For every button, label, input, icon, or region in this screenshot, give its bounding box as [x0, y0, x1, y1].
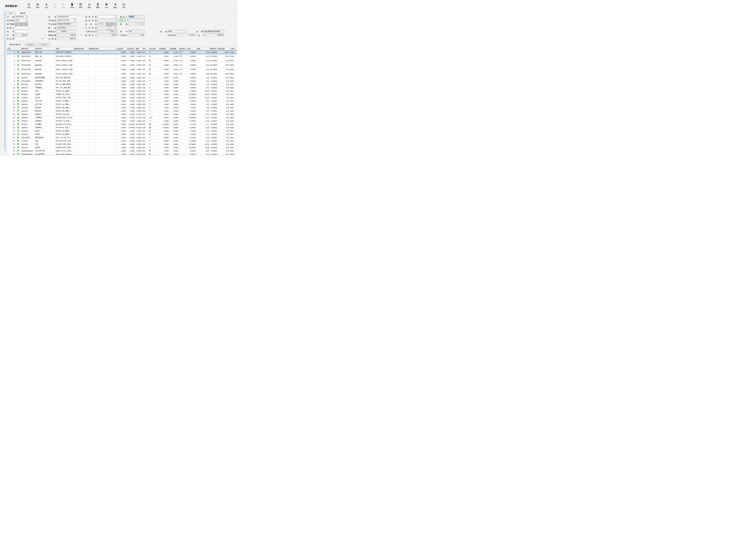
ellipsis-button[interactable]: … — [102, 23, 105, 25]
material-status-icon — [17, 77, 19, 79]
tab-detail[interactable]: 详细信息 — [16, 11, 29, 15]
copy-button[interactable]: 复制 — [76, 3, 85, 11]
tab-browse[interactable]: 浏览 — [5, 11, 16, 15]
table-row[interactable]: 232203019地夹A锌合金, 62g, 镀铬, (1.00001.00001… — [7, 129, 237, 133]
table-row[interactable]: 53206571930磁条铝材0657#, 1930mm, 吴振(1.00001… — [7, 67, 237, 72]
column-header-8[interactable]: 子级定量 — [126, 47, 135, 51]
ellipsis-button[interactable]: … — [25, 19, 28, 21]
cell: 002 — [142, 106, 149, 109]
table-row[interactable]: 80401630GB安装辅助块PA, 35g, 灰色, 安装(1.00001.0… — [7, 79, 237, 83]
query-button[interactable]: 查询 — [25, 3, 33, 11]
column-header-15[interactable]: 单价 — [187, 47, 196, 51]
cell: 0.0000 — [169, 113, 179, 116]
table-row[interactable]: 141802031拉手门柄锌合金, **g, 镀铬, (1.00001.0000… — [7, 99, 237, 103]
tab-material-cost[interactable]: 材料成本预估(1) — [7, 43, 24, 46]
calc-mode-field[interactable]: 工时 ▼ — [97, 30, 117, 33]
cell: 002 — [142, 86, 149, 89]
profit-rate-field[interactable] — [15, 37, 28, 40]
table-row[interactable]: 282001010防跳轮SUS304, 亮光, 单轮(1.00002.00002… — [7, 146, 237, 149]
ellipsis-button[interactable]: … — [114, 27, 117, 29]
cell: 挡水铝材 — [35, 59, 55, 63]
prev-record-button[interactable]: 上笔 — [42, 3, 51, 11]
cell: 颗 — [149, 126, 159, 129]
customer-code-field[interactable]: 0109 … — [15, 19, 28, 22]
column-header-4[interactable]: 规格 — [55, 47, 73, 51]
contact-field[interactable] — [15, 26, 28, 29]
column-header-2[interactable]: 材料代码 — [21, 47, 35, 51]
table-row[interactable]: 30350842004803SUS304圆管0842#, Φ25, 0048mm… — [7, 153, 237, 155]
project-code-field[interactable]: … — [97, 15, 117, 18]
table-row[interactable]: 63207391930滴条铝材0739#, 1930mm, 吴振(1.00001… — [7, 72, 237, 76]
cell — [88, 86, 116, 89]
column-header-7[interactable]: 父级定量 — [116, 47, 126, 51]
table-row[interactable]: 120404035连接栓不锈钢, 60g, 亮光, (1.00002.00002… — [7, 93, 237, 96]
material-table-container[interactable]: 序号材料代码材料名称规格替换材料代码替换材料名称父级定量子级定量数量单位单位名称… — [7, 47, 237, 155]
column-header-18[interactable]: 辅助金额 — [217, 47, 230, 51]
cell: 004 — [142, 126, 149, 129]
column-header-1[interactable] — [15, 47, 21, 51]
cell: 1.0000 — [126, 106, 135, 109]
dropdown-icon[interactable]: ▼ — [114, 30, 117, 33]
title-caret-icon[interactable]: ▾ — [18, 5, 18, 7]
table-row[interactable]: 222005004膨胀螺丝PP, Φ6×40, 白色, (1.000010.00… — [7, 126, 237, 129]
date-field[interactable]: 2023/06/30 ▼ — [15, 15, 28, 18]
table-row[interactable]: 161802092固定座A锌合金, 80g, 镀铬, (1.00001.0000… — [7, 106, 237, 109]
column-header-0[interactable]: 序号 — [7, 47, 15, 51]
print-button[interactable]: 打印 — [102, 3, 111, 11]
delete-button[interactable]: 删除 — [94, 3, 102, 11]
table-row[interactable]: 181804025圆管垫片铝合金, 0.5g, 本色,1.00002.00002… — [7, 113, 237, 116]
cell: 26 — [7, 139, 15, 143]
audit-stamp[interactable]: 审核 >> — [117, 19, 128, 22]
table-row[interactable]: 33200741190挡水铝材0074#, 1190mm, 吴振(2.00001… — [7, 59, 237, 63]
cell-icon — [15, 143, 21, 146]
dropdown-icon[interactable]: ▼ — [25, 16, 28, 18]
table-row[interactable]: 242203019地夹B锌合金, 62g, 镀铬, (1.00001.00001… — [7, 133, 237, 136]
table-row[interactable]: 43203191930磁条铝材0319#, 1930mm, 吴振(1.00001… — [7, 63, 237, 67]
order-no-field[interactable]: 230600002492 — [57, 15, 76, 18]
transfer-button[interactable]: 抛转 — [111, 3, 119, 11]
product-code-field[interactable]: ZM5012701C90 … — [57, 19, 76, 22]
table-row[interactable]: 110404001滑块锌合金, 44g, 镀铬, (1.00002.00002.… — [7, 89, 237, 93]
table-row[interactable]: 70401574磁条铝材盖板A33, 0.5g, 镀铬, 配(1.00002.0… — [7, 76, 237, 79]
table-row[interactable]: 2935084001SE03SUS304方管0840#, 25×13, 0185… — [7, 149, 237, 153]
table-row[interactable]: 130703001定位块SUS304, 亮光, 无孔(1.00001.00001… — [7, 96, 237, 99]
cell: 0.0000 — [169, 79, 179, 83]
table-row[interactable]: 100403021方槽盖板A33, 2.9g, 镀铬, 配(1.00001.00… — [7, 86, 237, 89]
table-row[interactable]: 151802032拉手门柄锌合金, xxg, 镀铬, (1.00001.0000… — [7, 103, 237, 106]
product-name-field: 简易房-平面单移门 — [57, 23, 76, 25]
table-row[interactable]: 22906139104钢化一玻1891×600×6, 透明白(1.00001.0… — [7, 54, 237, 59]
cell: 4.36 — [217, 59, 230, 63]
table-row[interactable]: 171802093固定座B锌合金, 80g, 镀铬, (1.00001.0000… — [7, 109, 237, 113]
column-header-17[interactable]: 辅助单价 — [210, 47, 217, 51]
column-header-19[interactable]: 仓库代 — [230, 47, 237, 51]
first-record-button[interactable]: 首笔 — [33, 3, 42, 11]
column-header-16[interactable]: 金额 — [196, 47, 210, 51]
table-row[interactable]: 12900139100钢化一玻1099×500×6, 透明白(1.00001.0… — [7, 51, 237, 54]
column-header-13[interactable]: 辅助数量 — [169, 47, 179, 51]
tab-adjustment[interactable]: 加减项(3) — [24, 43, 37, 46]
column-header-9[interactable]: 数量 — [135, 47, 142, 51]
table-row[interactable]: 212001101自攻螺钉SUS304, ST3.9×45, (1.000010… — [7, 123, 237, 126]
column-header-3[interactable]: 材料名称 — [35, 47, 55, 51]
cell — [179, 146, 187, 149]
table-row[interactable]: 191805013不锈钢管SUS304, 高光, 30×10(1.00000.6… — [7, 116, 237, 119]
close-button[interactable]: 关闭 — [119, 3, 128, 11]
ellipsis-button[interactable]: … — [114, 16, 117, 18]
new-button[interactable]: 新增 — [68, 3, 76, 11]
table-row[interactable]: 201805017支撑接头SUS304, **g, 本色, (1.00001.0… — [7, 119, 237, 123]
column-header-14[interactable]: 辅助单位 — [179, 47, 187, 51]
table-row[interactable]: 252301022MI撞钉盖底座A33, **g, 白色, Φ9.(1.0000… — [7, 136, 237, 139]
column-header-11[interactable]: 单位名称 — [149, 47, 159, 51]
table-row[interactable]: 262710005包角PP, 60×60, HS, 白色2.00006.0000… — [7, 139, 237, 143]
table-row[interactable]: 90401803磁条堵头A35, 1g, 镀铬, 配05(1.00002.000… — [7, 83, 237, 86]
cell: 0.00 — [196, 54, 210, 59]
column-header-5[interactable]: 替换材料代码 — [73, 47, 88, 51]
ellipsis-button[interactable]: … — [73, 19, 76, 21]
edit-button[interactable]: 修改 — [85, 3, 94, 11]
column-header-6[interactable]: 替换材料名称 — [88, 47, 116, 51]
column-header-12[interactable]: 实际数量 — [159, 47, 169, 51]
column-header-10[interactable]: 单位 — [142, 47, 149, 51]
table-row[interactable]: 272831009滑轮SUS304, 亮光, 单轮, (1.00002.0000… — [7, 143, 237, 146]
tab-remark[interactable]: 备注(4) — [37, 43, 50, 46]
phone-field[interactable] — [15, 30, 28, 33]
